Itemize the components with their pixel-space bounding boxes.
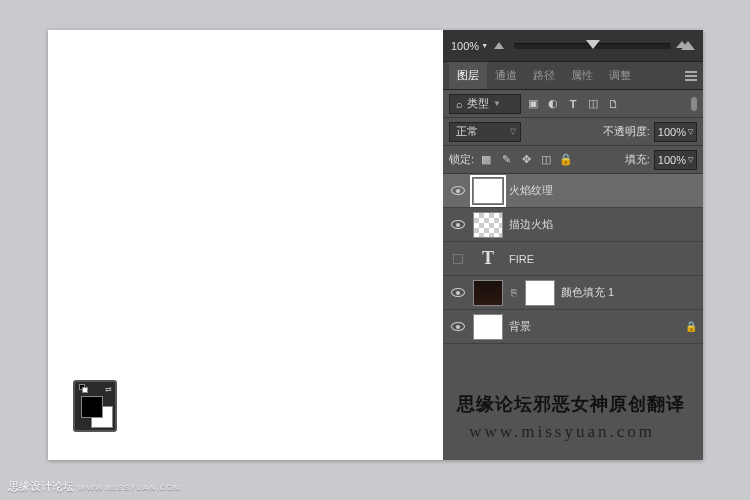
filter-shape-icon[interactable]: ◫: [585, 96, 601, 112]
tab-properties[interactable]: 属性: [563, 62, 601, 89]
lock-position-icon[interactable]: ✥: [518, 152, 534, 168]
visibility-toggle[interactable]: [449, 288, 467, 297]
opacity-label: 不透明度:: [603, 124, 650, 139]
visibility-toggle[interactable]: [449, 186, 467, 195]
lock-all-icon[interactable]: 🔒: [558, 152, 574, 168]
credit-url: www.missyuan.com: [469, 422, 655, 442]
lock-paint-icon[interactable]: ✎: [498, 152, 514, 168]
fill-label: 填充:: [625, 152, 650, 167]
fill-input[interactable]: 100%▽: [654, 150, 697, 170]
zoom-value[interactable]: 100%▼: [451, 40, 488, 52]
link-icon[interactable]: ⎘: [509, 287, 519, 298]
tab-adjustments[interactable]: 调整: [601, 62, 639, 89]
color-swatch-tool[interactable]: ⇄: [73, 380, 117, 432]
eye-icon: [451, 186, 465, 195]
panel-tabs: 图层 通道 路径 属性 调整: [443, 62, 703, 90]
filter-type-dropdown[interactable]: ⌕ 类型 ▼: [449, 94, 521, 114]
default-colors-icon[interactable]: [79, 384, 89, 394]
eye-icon: [451, 322, 465, 331]
panel-menu-icon[interactable]: [685, 71, 697, 81]
filter-smart-icon[interactable]: 🗋: [605, 96, 621, 112]
layer-name: 背景: [509, 319, 679, 334]
visibility-toggle[interactable]: [449, 220, 467, 229]
eye-icon: [451, 220, 465, 229]
tab-paths[interactable]: 路径: [525, 62, 563, 89]
layer-item[interactable]: 火焰纹理: [443, 174, 703, 208]
canvas-area[interactable]: ⇄: [48, 30, 443, 460]
layers-list: 火焰纹理 描边火焰 T FIRE ⎘ 颜色填充 1: [443, 174, 703, 460]
zoom-in-icon[interactable]: [681, 41, 695, 50]
blend-mode-dropdown[interactable]: 正常 ▽: [449, 122, 521, 142]
lock-artboard-icon[interactable]: ◫: [538, 152, 554, 168]
type-layer-icon: T: [473, 248, 503, 269]
credit-text: 思缘论坛邪恶女神原创翻译: [457, 392, 685, 416]
swap-colors-icon[interactable]: ⇄: [105, 385, 112, 394]
layer-name: 火焰纹理: [509, 183, 697, 198]
hidden-icon: [453, 254, 463, 264]
layer-item[interactable]: 背景 🔒: [443, 310, 703, 344]
opacity-input[interactable]: 100%▽: [654, 122, 697, 142]
layer-mask-thumbnail[interactable]: [525, 280, 555, 306]
foreground-color[interactable]: [81, 396, 103, 418]
layer-thumbnail[interactable]: [473, 178, 503, 204]
layer-item[interactable]: ⎘ 颜色填充 1: [443, 276, 703, 310]
filter-pixel-icon[interactable]: ▣: [525, 96, 541, 112]
layer-thumbnail[interactable]: [473, 280, 503, 306]
lock-label: 锁定:: [449, 152, 474, 167]
layer-name: 颜色填充 1: [561, 285, 697, 300]
footer-watermark: 思缘设计论坛WWW.MISSYUAN.COM: [8, 479, 181, 494]
layer-name: FIRE: [509, 253, 697, 265]
layer-item[interactable]: T FIRE: [443, 242, 703, 276]
eye-icon: [451, 288, 465, 297]
filter-toggle[interactable]: [691, 97, 697, 111]
layer-thumbnail[interactable]: [473, 212, 503, 238]
tab-channels[interactable]: 通道: [487, 62, 525, 89]
lock-icon: 🔒: [685, 321, 697, 332]
visibility-toggle[interactable]: [449, 322, 467, 331]
layer-item[interactable]: 描边火焰: [443, 208, 703, 242]
lock-transparent-icon[interactable]: ▩: [478, 152, 494, 168]
zoom-out-icon[interactable]: [494, 42, 504, 49]
layer-thumbnail[interactable]: [473, 314, 503, 340]
filter-adjust-icon[interactable]: ◐: [545, 96, 561, 112]
zoom-slider[interactable]: [514, 43, 671, 49]
filter-type-icon[interactable]: T: [565, 96, 581, 112]
visibility-toggle[interactable]: [449, 254, 467, 264]
tab-layers[interactable]: 图层: [449, 62, 487, 89]
layer-name: 描边火焰: [509, 217, 697, 232]
